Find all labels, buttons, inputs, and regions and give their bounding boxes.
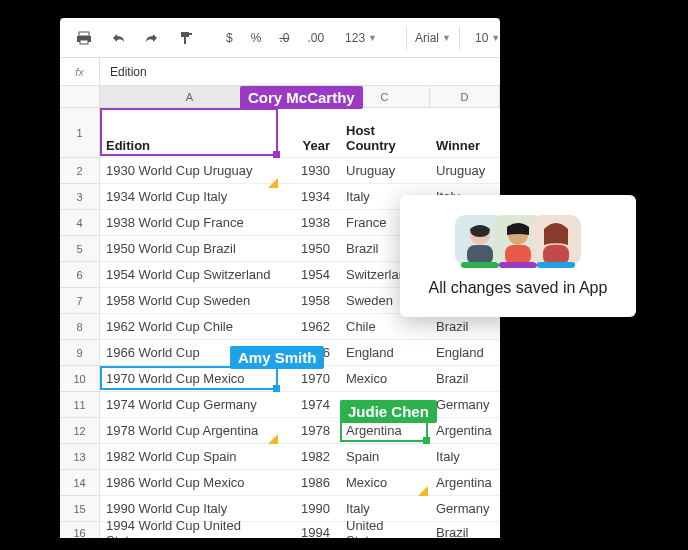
comment-indicator-icon[interactable]: [268, 178, 278, 188]
cell[interactable]: 1934: [280, 184, 340, 210]
cell[interactable]: Germany: [430, 496, 500, 522]
cell[interactable]: 1958 World Cup Sweden: [100, 288, 280, 314]
table-row: 161994 World Cup United States1994United…: [60, 522, 500, 538]
formula-bar[interactable]: fx Edition: [60, 58, 500, 86]
row-header[interactable]: 6: [60, 262, 100, 288]
cell[interactable]: 1938: [280, 210, 340, 236]
cell[interactable]: 1990: [280, 496, 340, 522]
avatar-group: [418, 215, 618, 265]
number-format-dropdown[interactable]: 123▼: [336, 26, 386, 50]
cell[interactable]: 1962 World Cup Chile: [100, 314, 280, 340]
svg-rect-8: [467, 245, 493, 265]
column-header-d[interactable]: D: [430, 86, 500, 108]
cell[interactable]: 1982 World Cup Spain: [100, 444, 280, 470]
row-header[interactable]: 8: [60, 314, 100, 340]
increase-decimal-button[interactable]: .00: [301, 27, 330, 49]
cell[interactable]: 1934 World Cup Italy: [100, 184, 280, 210]
cell[interactable]: Mexico: [340, 470, 430, 496]
cell[interactable]: 1950 World Cup Brazil: [100, 236, 280, 262]
cell[interactable]: 1954: [280, 262, 340, 288]
cell[interactable]: 1982: [280, 444, 340, 470]
row-header[interactable]: 7: [60, 288, 100, 314]
table-row: 101970 World Cup Mexico1970MexicoBrazil: [60, 366, 500, 392]
cell[interactable]: Year: [280, 108, 340, 158]
svg-rect-0: [79, 32, 89, 36]
redo-icon[interactable]: [138, 26, 166, 50]
row-header[interactable]: 14: [60, 470, 100, 496]
cell[interactable]: Chile: [340, 314, 430, 340]
table-row: 21930 World Cup Uruguay1930UruguayUrugua…: [60, 158, 500, 184]
cell[interactable]: Brazil: [430, 366, 500, 392]
select-all-corner[interactable]: [60, 86, 100, 108]
row-header[interactable]: 16: [60, 522, 100, 538]
cell[interactable]: 1930: [280, 158, 340, 184]
cell[interactable]: 1930 World Cup Uruguay: [100, 158, 280, 184]
paint-format-icon[interactable]: [172, 26, 200, 50]
cell[interactable]: Winner: [430, 108, 500, 158]
data-rows: 1 Edition Year Host Country Winner 21930…: [60, 108, 500, 538]
row-header[interactable]: 15: [60, 496, 100, 522]
save-status-card: All changes saved in App: [400, 195, 636, 317]
cell[interactable]: Italy: [430, 444, 500, 470]
cell[interactable]: 1986 World Cup Mexico: [100, 470, 280, 496]
cell[interactable]: Argentina: [430, 470, 500, 496]
table-row: 141986 World Cup Mexico1986MexicoArgenti…: [60, 470, 500, 496]
row-header[interactable]: 13: [60, 444, 100, 470]
cell[interactable]: 1994 World Cup United States: [100, 522, 280, 538]
comment-indicator-icon[interactable]: [418, 486, 428, 496]
row-header[interactable]: 4: [60, 210, 100, 236]
cell[interactable]: England: [430, 340, 500, 366]
cell[interactable]: 1978 World Cup Argentina: [100, 418, 280, 444]
cell[interactable]: Argentina: [430, 418, 500, 444]
comment-indicator-icon[interactable]: [268, 434, 278, 444]
fx-label: fx: [60, 58, 100, 85]
row-header[interactable]: 1: [60, 108, 100, 158]
cell[interactable]: Edition: [100, 108, 280, 158]
collaborator-tag-blue: Amy Smith: [230, 346, 324, 369]
cell[interactable]: Uruguay: [340, 158, 430, 184]
chevron-down-icon: ▼: [368, 33, 377, 43]
cell[interactable]: 1994: [280, 522, 340, 538]
formula-input[interactable]: Edition: [100, 65, 500, 79]
cell[interactable]: 1970: [280, 366, 340, 392]
cell[interactable]: Brazil: [430, 522, 500, 538]
chevron-down-icon: ▼: [442, 33, 451, 43]
cell[interactable]: Mexico: [340, 366, 430, 392]
row-header[interactable]: 10: [60, 366, 100, 392]
cell[interactable]: 1970 World Cup Mexico: [100, 366, 280, 392]
row-header[interactable]: 9: [60, 340, 100, 366]
cell[interactable]: 1962: [280, 314, 340, 340]
cell[interactable]: Uruguay: [430, 158, 500, 184]
cell[interactable]: 1986: [280, 470, 340, 496]
cell[interactable]: 1938 World Cup France: [100, 210, 280, 236]
cell[interactable]: 1958: [280, 288, 340, 314]
row-header[interactable]: 3: [60, 184, 100, 210]
decrease-decimal-button[interactable]: .0: [273, 27, 295, 49]
cell[interactable]: England: [340, 340, 430, 366]
cell[interactable]: 1974: [280, 392, 340, 418]
row-header[interactable]: 2: [60, 158, 100, 184]
font-family-dropdown[interactable]: Arial▼: [406, 26, 460, 50]
undo-icon[interactable]: [104, 26, 132, 50]
percent-format-button[interactable]: %: [245, 27, 268, 49]
row-header[interactable]: 5: [60, 236, 100, 262]
font-size-dropdown[interactable]: 10▼: [466, 26, 500, 50]
toolbar: $ % .0 .00 123▼ Arial▼ 10▼: [60, 18, 500, 58]
row-header[interactable]: 11: [60, 392, 100, 418]
table-row: 131982 World Cup Spain1982SpainItaly: [60, 444, 500, 470]
cell[interactable]: 1950: [280, 236, 340, 262]
cell[interactable]: 1978: [280, 418, 340, 444]
svg-rect-5: [184, 37, 186, 44]
row-header[interactable]: 12: [60, 418, 100, 444]
cell[interactable]: Spain: [340, 444, 430, 470]
avatar: [531, 215, 581, 265]
cell[interactable]: Brazil: [430, 314, 500, 340]
cell[interactable]: Germany: [430, 392, 500, 418]
print-icon[interactable]: [70, 26, 98, 50]
svg-rect-11: [505, 245, 531, 265]
cell[interactable]: 1974 World Cup Germany: [100, 392, 280, 418]
cell[interactable]: 1954 World Cup Switzerland: [100, 262, 280, 288]
currency-format-button[interactable]: $: [220, 27, 239, 49]
cell[interactable]: Host Country: [340, 108, 430, 158]
cell[interactable]: United States: [340, 522, 430, 538]
